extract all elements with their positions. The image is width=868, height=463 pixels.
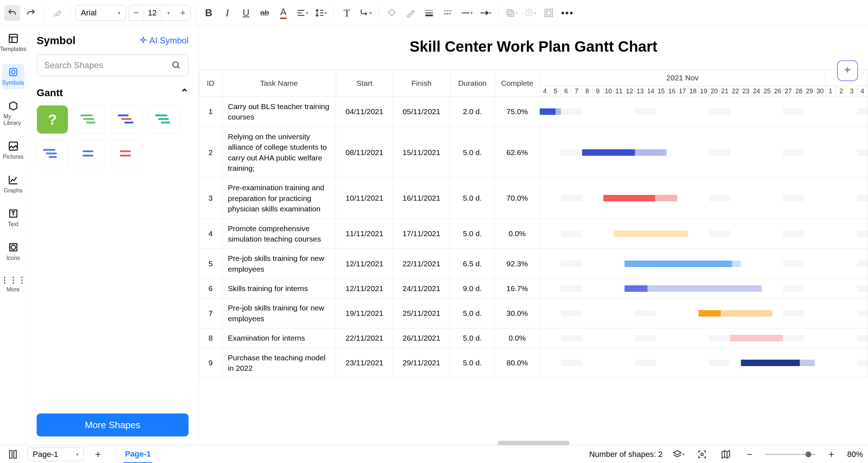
cell-duration: 5.0 d. <box>450 348 495 378</box>
section-header-gantt[interactable]: Gantt ⌃ <box>37 87 189 99</box>
stroke-color-button[interactable] <box>403 5 418 21</box>
add-page-button[interactable]: + <box>90 446 106 462</box>
font-size-value[interactable]: 12 <box>143 5 161 20</box>
gantt-bar[interactable] <box>614 230 688 237</box>
gantt-bar[interactable] <box>730 335 783 341</box>
timeline-cell <box>539 348 868 378</box>
font-size-dropdown[interactable]: ▾ <box>161 5 176 20</box>
redo-button[interactable] <box>23 5 39 21</box>
search-icon <box>172 61 181 70</box>
shape-tile-help[interactable]: ? <box>37 105 68 134</box>
timeline-cell <box>539 97 868 127</box>
shape-tile-gantt-1[interactable] <box>74 105 106 134</box>
font-color-button[interactable]: A <box>275 5 291 21</box>
task-row[interactable]: 5 Pre-job skills training for new employ… <box>199 249 868 279</box>
italic-button[interactable]: I <box>219 5 235 21</box>
timeline-cell <box>539 279 868 298</box>
cell-finish: 16/11/2021 <box>393 178 450 219</box>
cell-complete: 92.3% <box>495 249 540 279</box>
underline-button[interactable]: U <box>238 5 254 21</box>
task-row[interactable]: 7 Pre-job skills training for new employ… <box>199 298 868 328</box>
fill-button[interactable] <box>384 5 400 21</box>
bold-button[interactable]: B <box>201 5 217 21</box>
cell-task-name: Purchase the teaching model in 2022 <box>222 348 336 378</box>
shape-tile-gantt-4[interactable] <box>37 140 68 168</box>
gantt-chart[interactable]: Skill Center Work Plan Gantt Chart ID Ta… <box>199 26 868 445</box>
page-tab-1[interactable]: Page-1 <box>124 446 152 463</box>
gantt-bar[interactable] <box>698 310 772 317</box>
task-row[interactable]: 9 Purchase the teaching model in 2022 23… <box>199 348 868 378</box>
more-options-button[interactable]: ••• <box>560 5 575 21</box>
format-painter-button[interactable] <box>49 5 65 21</box>
task-row[interactable]: 2 Relying on the university alliance of … <box>199 127 868 178</box>
page-select[interactable]: Page-1 ▾ <box>27 448 84 461</box>
page-layout-button[interactable] <box>5 446 21 462</box>
shape-tile-gantt-3[interactable] <box>149 105 180 134</box>
cell-start: 22/11/2021 <box>336 328 393 348</box>
arrow-style-button[interactable]: ▾ <box>477 5 493 21</box>
zoom-slider[interactable] <box>765 454 816 455</box>
line-spacing-button[interactable]: ▾ <box>313 5 329 21</box>
shape-tile-gantt-6[interactable] <box>111 140 143 168</box>
task-row[interactable]: 8 Examination for interns 22/11/2021 26/… <box>199 328 868 348</box>
strikethrough-button[interactable]: ab <box>257 5 273 21</box>
font-size-decrease[interactable]: − <box>129 5 143 20</box>
gantt-bar[interactable] <box>741 360 815 366</box>
task-row[interactable]: 3 Pre-examination training and preparati… <box>199 178 868 219</box>
canvas[interactable]: Skill Center Work Plan Gantt Chart ID Ta… <box>199 26 868 445</box>
font-family-select[interactable]: Arial ▾ <box>75 5 126 21</box>
day-header: 16 <box>667 86 677 97</box>
timeline-cell <box>539 249 868 279</box>
gantt-bar[interactable] <box>625 285 762 292</box>
cell-duration: 5.0 d. <box>450 178 495 219</box>
font-size-control: − 12 ▾ + <box>129 5 190 21</box>
zoom-out-button[interactable]: − <box>742 446 757 462</box>
ai-symbol-button[interactable]: AI Symbol <box>139 36 189 46</box>
cell-complete: 80.0% <box>495 348 540 378</box>
connector-button[interactable]: ▾ <box>358 5 373 21</box>
day-header: 22 <box>730 86 741 97</box>
layers-button[interactable]: ▾ <box>670 446 686 462</box>
cell-finish: 15/11/2021 <box>393 127 450 178</box>
align-button[interactable]: ▾ <box>294 5 310 21</box>
chart-title: Skill Center Work Plan Gantt Chart <box>199 26 868 70</box>
rail-more[interactable]: ⋮⋮⋮More <box>2 273 24 296</box>
line-style-button[interactable]: ▾ <box>459 5 474 21</box>
gantt-bar[interactable] <box>582 149 667 156</box>
svg-rect-15 <box>545 9 553 17</box>
day-header: 8 <box>582 86 592 97</box>
rail-library[interactable]: My Library <box>2 98 24 129</box>
map-view-button[interactable] <box>718 446 734 462</box>
gantt-bar[interactable] <box>625 261 741 267</box>
rail-symbols[interactable]: Symbols <box>2 64 24 89</box>
gantt-bar[interactable] <box>540 108 561 115</box>
cell-task-name: Examination for interns <box>222 328 336 348</box>
ai-assistant-button[interactable] <box>837 60 858 81</box>
flip-button[interactable]: ▾ <box>522 5 538 21</box>
text-tool-button[interactable]: T <box>339 5 355 21</box>
timeline-cell <box>539 219 868 249</box>
rail-text[interactable]: Text <box>2 205 24 230</box>
search-shapes-input[interactable]: Search Shapes <box>37 55 189 76</box>
line-weight-button[interactable] <box>421 5 437 21</box>
gantt-bar[interactable] <box>603 195 677 201</box>
undo-button[interactable] <box>4 5 20 21</box>
shape-tile-gantt-2[interactable] <box>111 105 143 134</box>
rail-templates[interactable]: Templates <box>2 30 24 55</box>
dash-style-button[interactable] <box>440 5 456 21</box>
focus-button[interactable] <box>694 446 710 462</box>
horizontal-scrollbar[interactable] <box>498 441 570 445</box>
shape-tile-gantt-5[interactable] <box>74 140 106 168</box>
zoom-in-button[interactable]: + <box>823 446 839 462</box>
task-row[interactable]: 1 Carry out BLS teacher training courses… <box>199 97 868 127</box>
rail-graphs[interactable]: Graphs <box>2 172 24 197</box>
layer-button[interactable]: ▾ <box>503 5 519 21</box>
cell-start: 11/11/2021 <box>336 219 393 249</box>
group-button[interactable] <box>541 5 557 21</box>
font-size-increase[interactable]: + <box>176 5 190 20</box>
task-row[interactable]: 6 Skills training for interns 12/11/2021… <box>199 279 868 298</box>
rail-icons[interactable]: Icons <box>2 239 24 264</box>
rail-pictures[interactable]: Pictures <box>2 138 24 163</box>
task-row[interactable]: 4 Promote comprehensive simulation teach… <box>199 219 868 249</box>
more-shapes-button[interactable]: More Shapes <box>37 413 189 436</box>
